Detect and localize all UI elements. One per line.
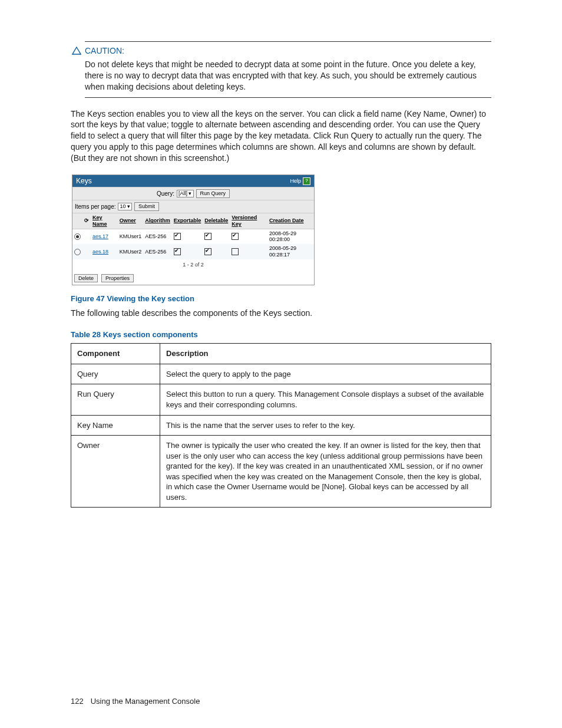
components-row: Run Query Select this button to run a qu… xyxy=(71,384,491,415)
table-caption: Table 28 Keys section components xyxy=(71,330,491,340)
col-keyname[interactable]: Key Name xyxy=(91,213,118,229)
query-select[interactable]: [All] ▾ xyxy=(177,190,194,197)
caution-block: CAUTION: Do not delete keys that might b… xyxy=(71,41,491,98)
component-desc: Select this button to run a query. This … xyxy=(160,384,491,415)
caution-triangle-icon xyxy=(72,47,81,55)
component-name: Key Name xyxy=(71,415,160,436)
caution-header: CAUTION: xyxy=(72,45,491,57)
cell-algorithm: AES-256 xyxy=(143,244,172,259)
col-deletable[interactable]: Deletable xyxy=(203,213,230,229)
cell-algorithm: AES-256 xyxy=(143,229,172,244)
cell-owner: KMUser1 xyxy=(118,229,144,244)
submit-button[interactable]: Submit xyxy=(134,202,159,211)
pager-text: 1 - 2 of 2 xyxy=(72,259,314,271)
query-label: Query: xyxy=(157,190,174,197)
help-link[interactable]: Help ? xyxy=(290,177,310,185)
table-row: aes.17 KMUser1 AES-256 2008-05-29 00:28:… xyxy=(72,229,314,244)
svg-marker-0 xyxy=(72,47,81,54)
help-icon: ? xyxy=(303,177,310,185)
figure-caption: Figure 47 Viewing the Key section xyxy=(71,294,491,304)
key-link[interactable]: aes.17 xyxy=(92,233,108,239)
component-desc: This is the name that the server uses to… xyxy=(160,415,491,436)
caution-label: CAUTION: xyxy=(85,45,124,57)
components-table: Component Description Query Select the q… xyxy=(71,343,491,508)
col-creation[interactable]: Creation Date xyxy=(267,213,314,229)
caution-rule-top xyxy=(85,41,491,42)
items-per-page-value: 10 xyxy=(120,203,125,209)
caution-text: Do not delete keys that might be needed … xyxy=(85,59,491,93)
cell-owner: KMUser2 xyxy=(118,244,144,259)
exportable-checkbox[interactable] xyxy=(174,248,181,255)
component-desc: Select the query to apply to the page xyxy=(160,364,491,384)
component-name: Query xyxy=(71,364,160,384)
row-radio[interactable] xyxy=(74,233,81,240)
deletable-checkbox[interactable] xyxy=(204,233,211,240)
col-owner[interactable]: Owner xyxy=(118,213,144,229)
properties-button[interactable]: Properties xyxy=(101,274,134,283)
col-versioned[interactable]: Versioned Key xyxy=(230,213,267,229)
deletable-checkbox[interactable] xyxy=(204,248,211,255)
component-desc: The owner is typically the user who crea… xyxy=(160,436,491,508)
action-buttons: Delete Properties xyxy=(72,271,314,285)
run-query-button[interactable]: Run Query xyxy=(196,189,230,198)
keys-panel-titlebar: Keys Help ? xyxy=(72,175,314,187)
versioned-checkbox[interactable] xyxy=(232,233,239,240)
exportable-checkbox[interactable] xyxy=(174,233,181,240)
components-row: Key Name This is the name that the serve… xyxy=(71,415,491,436)
components-row: Query Select the query to apply to the p… xyxy=(71,364,491,384)
versioned-checkbox[interactable] xyxy=(232,248,239,255)
items-per-page-label: Items per page: xyxy=(75,203,115,210)
cell-creation: 2008-05-29 00:28:17 xyxy=(267,244,314,259)
component-name: Owner xyxy=(71,436,160,508)
items-per-page-select[interactable]: 10 ▾ xyxy=(118,203,132,210)
page-footer: 122 Using the Management Console xyxy=(71,696,491,707)
key-link[interactable]: aes.18 xyxy=(92,249,108,255)
page-number: 122 xyxy=(71,696,84,707)
intro-paragraph: The Keys section enables you to view all… xyxy=(71,108,491,164)
query-bar: Query: [All] ▾ Run Query xyxy=(72,187,314,200)
section-title: Using the Management Console xyxy=(91,696,200,707)
items-per-page-bar: Items per page: 10 ▾ Submit xyxy=(72,200,314,213)
keys-panel-screenshot: Keys Help ? Query: [All] ▾ Run Query Ite… xyxy=(72,174,315,285)
components-head-description: Description xyxy=(160,344,491,364)
query-select-value: [All] xyxy=(178,190,187,196)
col-exportable[interactable]: Exportable xyxy=(172,213,203,229)
keys-panel-title: Keys xyxy=(76,177,92,185)
delete-button[interactable]: Delete xyxy=(74,274,98,283)
col-refresh[interactable]: ⟳ xyxy=(82,213,91,229)
figure-followup: The following table describes the compon… xyxy=(71,308,491,319)
keys-table: ⟳ Key Name Owner Algorithm Exportable De… xyxy=(72,213,314,259)
components-row: Owner The owner is typically the user wh… xyxy=(71,436,491,508)
caution-rule-bottom xyxy=(85,97,491,98)
row-radio[interactable] xyxy=(74,249,81,255)
col-radio xyxy=(72,213,82,229)
component-name: Run Query xyxy=(71,384,160,415)
help-label: Help xyxy=(290,178,301,185)
col-algorithm[interactable]: Algorithm xyxy=(143,213,172,229)
table-row: aes.18 KMUser2 AES-256 2008-05-29 00:28:… xyxy=(72,244,314,259)
components-head-component: Component xyxy=(71,344,160,364)
cell-creation: 2008-05-29 00:28:00 xyxy=(267,229,314,244)
